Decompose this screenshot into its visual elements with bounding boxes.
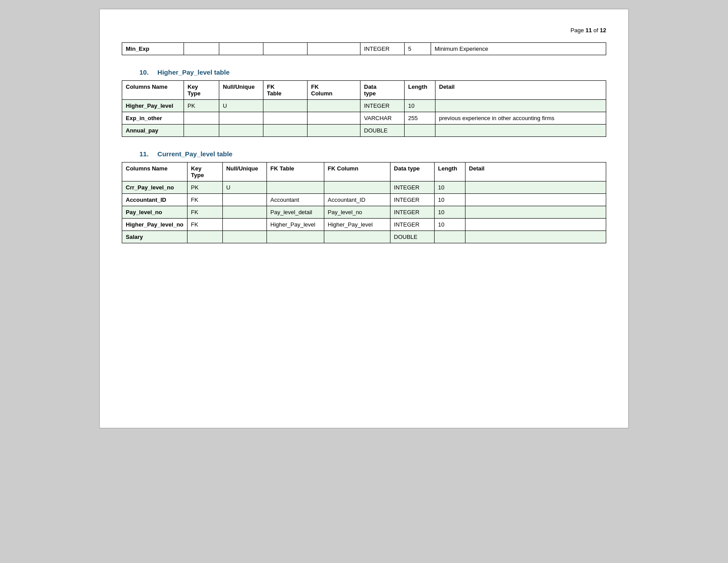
table-cell: previous experience in other accounting …	[435, 112, 606, 125]
table-cell	[222, 194, 266, 206]
th-col-name: Columns Name	[122, 81, 184, 100]
table-cell	[219, 112, 263, 125]
section10-header: 10.Higher_Pay_level table	[139, 68, 606, 76]
table-cell: Pay_level_no	[324, 206, 390, 219]
cell-detail: Minimum Experience	[431, 43, 606, 55]
table-row: Higher_Pay_level_noFKHigher_Pay_levelHig…	[122, 219, 606, 231]
table-cell	[263, 100, 308, 112]
table-cell: Higher_Pay_level	[122, 100, 184, 112]
table-cell: FK	[187, 194, 222, 206]
th-length: Length	[405, 81, 435, 100]
table-cell: 10	[405, 100, 435, 112]
th-fk-table: FK Table	[266, 162, 324, 181]
table-row: Accountant_IDFKAccountantAccountant_IDIN…	[122, 194, 606, 206]
table-row: Annual_payDOUBLE	[122, 125, 606, 137]
table-cell: Higher_Pay_level	[266, 219, 324, 231]
table-cell: Exp_in_other	[122, 112, 184, 125]
table-cell: U	[219, 100, 263, 112]
th-fk-column: FK Column	[324, 162, 390, 181]
table-header-row: Columns Name KeyType Null/Unique FKTable…	[122, 81, 606, 100]
th-null-unique: Null/Unique	[222, 162, 266, 181]
page-number: Page 11 of 12	[122, 27, 606, 34]
table-cell	[308, 125, 360, 137]
table-cell: DOUBLE	[390, 231, 434, 243]
table-header-row: Columns Name KeyType Null/Unique FK Tabl…	[122, 162, 606, 181]
section11-header: 11.Current_Pay_level table	[139, 150, 606, 158]
table-cell: 10	[434, 181, 465, 194]
table-cell: Pay_level_no	[122, 206, 188, 219]
th-null-unique: Null/Unique	[219, 81, 263, 100]
table-cell: FK	[187, 206, 222, 219]
table-cell	[219, 125, 263, 137]
th-fk-column: FKColumn	[308, 81, 360, 100]
table-cell	[405, 125, 435, 137]
table-row: SalaryDOUBLE	[122, 231, 606, 243]
th-data-type: Datatype	[360, 81, 405, 100]
table-cell: 255	[405, 112, 435, 125]
section11-number: 11.	[139, 150, 149, 158]
page-current: 11	[585, 27, 592, 34]
table-cell	[324, 231, 390, 243]
table-cell: Accountant_ID	[324, 194, 390, 206]
table-cell	[434, 231, 465, 243]
section10-table: Columns Name KeyType Null/Unique FKTable…	[122, 80, 606, 137]
section10-number: 10.	[139, 68, 149, 76]
table-cell	[184, 125, 219, 137]
table-cell: Annual_pay	[122, 125, 184, 137]
table-cell: FK	[187, 219, 222, 231]
table-cell	[222, 231, 266, 243]
table-cell	[465, 194, 606, 206]
cell-data-type: INTEGER	[360, 43, 405, 55]
mini-continuation-table: Min_Exp INTEGER 5 Minimum Experience	[122, 42, 606, 55]
th-detail: Detail	[465, 162, 606, 181]
table-cell: INTEGER	[390, 181, 434, 194]
cell-length: 5	[405, 43, 431, 55]
table-row: Crr_Pay_level_noPKUINTEGER10	[122, 181, 606, 194]
table-cell: Pay_level_detail	[266, 206, 324, 219]
page-total: 12	[600, 27, 606, 34]
section11-table: Columns Name KeyType Null/Unique FK Tabl…	[122, 162, 606, 243]
page-number-label: Page	[570, 27, 585, 34]
th-key-type: KeyType	[187, 162, 222, 181]
table-row: Min_Exp INTEGER 5 Minimum Experience	[122, 43, 606, 55]
table-cell: 10	[434, 194, 465, 206]
table-cell: PK	[184, 100, 219, 112]
th-detail: Detail	[435, 81, 606, 100]
th-key-type: KeyType	[184, 81, 219, 100]
table-cell: DOUBLE	[360, 125, 405, 137]
table-cell: Crr_Pay_level_no	[122, 181, 188, 194]
table-cell: VARCHAR	[360, 112, 405, 125]
table-cell: Salary	[122, 231, 188, 243]
cell-null-unique	[219, 43, 263, 55]
table-cell	[263, 112, 308, 125]
table-cell	[222, 219, 266, 231]
table-cell: 10	[434, 219, 465, 231]
table-cell: INTEGER	[360, 100, 405, 112]
table-cell	[266, 181, 324, 194]
th-col-name: Columns Name	[122, 162, 188, 181]
table-row: Higher_Pay_levelPKUINTEGER10	[122, 100, 606, 112]
table-cell	[435, 100, 606, 112]
cell-col-name: Min_Exp	[122, 43, 184, 55]
th-data-type: Data type	[390, 162, 434, 181]
table-cell: U	[222, 181, 266, 194]
table-cell	[324, 181, 390, 194]
table-cell: Higher_Pay_level	[324, 219, 390, 231]
table-cell	[465, 181, 606, 194]
page-of-label: of	[592, 27, 600, 34]
page: Page 11 of 12 Min_Exp INTEGER 5 Minimum …	[99, 9, 629, 428]
table-cell: Accountant_ID	[122, 194, 188, 206]
table-cell	[465, 219, 606, 231]
table-cell	[308, 112, 360, 125]
table-cell: Higher_Pay_level_no	[122, 219, 188, 231]
table-cell: PK	[187, 181, 222, 194]
table-cell: INTEGER	[390, 206, 434, 219]
table-row: Pay_level_noFKPay_level_detailPay_level_…	[122, 206, 606, 219]
table-cell	[187, 231, 222, 243]
table-cell: INTEGER	[390, 219, 434, 231]
table-cell	[465, 206, 606, 219]
section10-title: Higher_Pay_level table	[158, 68, 229, 76]
table-cell: INTEGER	[390, 194, 434, 206]
th-length: Length	[434, 162, 465, 181]
table-cell	[184, 112, 219, 125]
